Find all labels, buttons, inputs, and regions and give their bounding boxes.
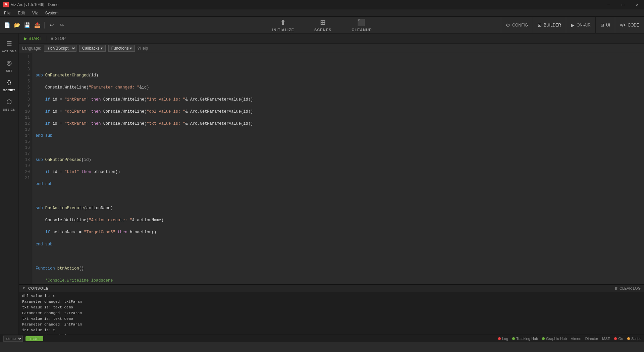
ui-icon: ⊡ [601, 23, 604, 27]
code-view-button[interactable]: </> CODE [615, 17, 644, 33]
functions-arrow: ▾ [130, 46, 132, 51]
menu-system[interactable]: System [44, 10, 60, 16]
code-line-10: if id = "btn1" then btnaction() [36, 169, 641, 175]
code-content[interactable]: sub OnParameterChanged(id) Console.Write… [32, 53, 644, 284]
start-icon: ▶ [24, 36, 27, 41]
line-num-10: 10 [19, 109, 30, 115]
status-director[interactable]: Director [585, 337, 598, 341]
app-icon: V [3, 2, 9, 7]
console-line-4: Parameter changed: txtParam [22, 310, 641, 316]
log-dot [498, 337, 501, 340]
code-line-6: if id = "txtParam" then Console.Writelin… [36, 121, 641, 127]
graphic-dot [542, 337, 545, 340]
graphic-label: Graphic Hub [546, 337, 567, 341]
clear-log-button[interactable]: 🗑 CLEAR LOG [614, 286, 641, 290]
sidebar-item-set[interactable]: ◎ SET [0, 56, 18, 75]
main-branch-badge: - main - [25, 336, 43, 341]
status-graphic-hub[interactable]: Graphic Hub [542, 337, 567, 341]
design-icon: ⬡ [5, 97, 14, 107]
new-button[interactable]: 📄 [3, 21, 11, 30]
sidebar-item-design[interactable]: ⬡ DESIGN [0, 95, 18, 114]
code-line-16: end sub [36, 241, 641, 247]
config-label: CONFIG [512, 23, 528, 27]
stb-sep [46, 36, 46, 42]
ui-view-button[interactable]: ⊡ UI [596, 17, 615, 33]
language-select[interactable]: ƒx VBScript [44, 45, 76, 52]
console-line-5: txt value is: text demo [22, 316, 641, 322]
title-text: Viz Arc [v1.5.1046] - Demo [11, 2, 59, 7]
mse-label: MSE [602, 337, 610, 341]
close-button[interactable]: ✕ [630, 0, 644, 9]
builder-button[interactable]: ⊡ BUILDER [533, 17, 566, 33]
toolbar: 📄 📂 💾 📤 ↩ ↪ ⬆ INITIALIZE ⊞ SCENES ⬛ CLEA… [0, 17, 644, 34]
line-numbers: 1 2 3 4 5 6 7 8 9 10 11 12 13 14 15 16 1… [19, 53, 32, 284]
start-button[interactable]: ▶ START [22, 36, 43, 42]
line-num-2: 2 [19, 60, 30, 66]
trash-icon: 🗑 [614, 286, 618, 290]
code-label: CODE [628, 23, 639, 27]
stop-button[interactable]: ■ STOP [49, 36, 68, 42]
status-mse[interactable]: MSE [602, 337, 610, 341]
director-label: Director [585, 337, 598, 341]
code-line-9: sub OnButtonPressed(id) [36, 157, 641, 163]
console-area: ▼ CONSOLE 🗑 CLEAR LOG dbl value is: 0 Pa… [19, 284, 644, 335]
line-num-12: 12 [19, 121, 30, 127]
menu-edit[interactable]: Edit [16, 10, 26, 16]
line-num-5: 5 [19, 78, 30, 84]
help-button[interactable]: ?Help [138, 46, 148, 51]
minimize-button[interactable]: ─ [602, 0, 616, 9]
status-script[interactable]: Script [627, 337, 641, 341]
console-header: ▼ CONSOLE 🗑 CLEAR LOG [19, 285, 644, 292]
status-vimen[interactable]: Vimen [571, 337, 581, 341]
callbacks-tab[interactable]: Callbacks ▾ [79, 45, 106, 52]
nav-cleanup[interactable]: ⬛ CLEANUP [348, 17, 375, 33]
code-icon: </> [620, 23, 626, 27]
maximize-button[interactable]: □ [616, 0, 630, 9]
line-num-14: 14 [19, 133, 30, 139]
console-line-2: Parameter changed: txtParam [22, 299, 641, 305]
console-line-3: txt value is: text demo [22, 305, 641, 310]
line-num-20: 20 [19, 169, 30, 175]
open-button[interactable]: 📂 [13, 21, 21, 30]
undo-button[interactable]: ↩ [47, 21, 56, 30]
code-line-17 [36, 253, 641, 259]
initialize-icon: ⬆ [280, 18, 286, 26]
sidebar-item-script[interactable]: {} SCRIPT [0, 75, 18, 95]
vimen-label: Vimen [571, 337, 581, 341]
onair-button[interactable]: ▶ ON-AIR [566, 17, 595, 33]
sidebar-item-actions[interactable]: ☰ ACTIONS [0, 36, 18, 56]
sep1 [44, 22, 45, 28]
save-button[interactable]: 💾 [23, 21, 32, 30]
code-line-8 [36, 145, 641, 151]
main-layout: ☰ ACTIONS ◎ SET {} SCRIPT ⬡ DESIGN ▶ STA… [0, 34, 644, 335]
script-status-label: Script [631, 337, 641, 341]
console-line-1: dbl value is: 0 [22, 293, 641, 299]
redo-button[interactable]: ↪ [57, 21, 66, 30]
script-area: ▶ START ■ STOP Language: ƒx VBScript Cal… [19, 34, 644, 335]
status-go[interactable]: Go [614, 337, 623, 341]
scene-select[interactable]: demo [3, 336, 23, 342]
script-icon: {} [5, 78, 14, 87]
start-label: START [29, 36, 41, 41]
console-arrow: ▼ [22, 286, 25, 290]
nav-initialize[interactable]: ⬆ INITIALIZE [269, 17, 298, 33]
export-button[interactable]: 📤 [33, 21, 42, 30]
onair-icon: ▶ [571, 22, 575, 28]
line-num-18: 18 [19, 157, 30, 163]
actions-label: ACTIONS [2, 50, 17, 53]
code-line-14: Console.Writeline("Action execute: "& ac… [36, 217, 641, 223]
nav-scenes[interactable]: ⊞ SCENES [311, 17, 335, 33]
clear-log-label: CLEAR LOG [620, 286, 641, 290]
status-log[interactable]: Log [498, 337, 508, 341]
menu-file[interactable]: File [3, 10, 12, 16]
functions-tab[interactable]: Functions ▾ [108, 45, 135, 52]
nav-initialize-label: INITIALIZE [272, 28, 294, 32]
status-tracking-hub[interactable]: Tracking Hub [512, 337, 538, 341]
line-num-8: 8 [19, 97, 30, 103]
menu-viz[interactable]: Viz [31, 10, 39, 16]
config-button[interactable]: ⚙ CONFIG [501, 17, 533, 33]
code-line-19: 'Console.Writeline loadscene [36, 278, 641, 284]
design-label: DESIGN [3, 108, 16, 111]
tracking-dot [512, 337, 515, 340]
code-line-4: if id = "intParam" then Console.Writelin… [36, 97, 641, 103]
